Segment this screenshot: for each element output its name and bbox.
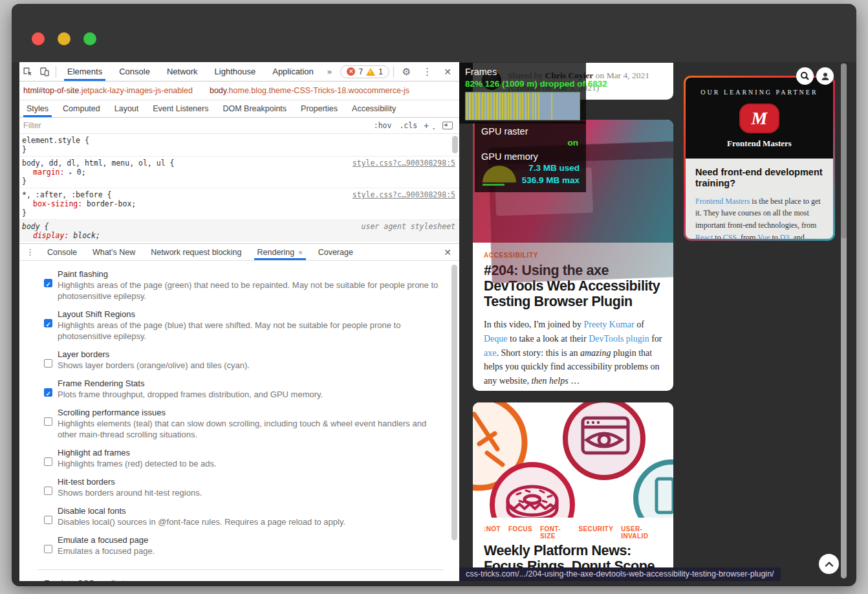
devtools-close-icon[interactable]: ✕	[438, 67, 459, 77]
tag-link[interactable]: FOCUS	[508, 525, 532, 540]
toggle-sidebar-icon[interactable]	[442, 122, 453, 129]
tab-layout[interactable]: Layout	[107, 100, 146, 117]
partner-label: OUR LEARNING PARTNER	[692, 89, 827, 96]
clipboard-icon	[636, 462, 673, 518]
rendering-option-layer-borders: Layer borders Shows layer borders (orang…	[44, 349, 444, 371]
toolbar-divider	[393, 66, 394, 78]
search-button[interactable]	[796, 67, 814, 85]
link-react[interactable]: React	[695, 233, 713, 239]
tab-styles[interactable]: Styles	[19, 100, 56, 117]
tag-link[interactable]: FONT-SIZE	[540, 525, 570, 540]
article-featured-image[interactable]	[473, 402, 673, 518]
emulate-focused-page-checkbox[interactable]	[44, 545, 52, 553]
error-count: 7	[358, 67, 363, 76]
highlight-ad-frames-checkbox[interactable]	[44, 457, 52, 466]
new-style-rule-caret-icon[interactable]: ⌄	[431, 125, 436, 133]
tab-network[interactable]: Network	[158, 62, 206, 81]
stylesheet-link[interactable]: style.css?c…900308298:5	[353, 190, 455, 199]
drawer-scrollbar[interactable]	[451, 265, 457, 540]
toolbar-divider	[56, 66, 56, 78]
frontend-masters-logo[interactable]: M	[741, 105, 778, 132]
drawer-tab-rendering[interactable]: Rendering×	[250, 244, 310, 260]
elements-sidebar-tabs: Styles Computed Layout Event Listeners D…	[19, 100, 459, 118]
expand-arrow-icon[interactable]: ▸	[69, 170, 72, 176]
drawer-tab-console[interactable]: Console	[39, 244, 85, 260]
minimize-window-button[interactable]	[58, 32, 71, 45]
devtools-menu-icon[interactable]: ⋮	[417, 66, 438, 78]
tag-link[interactable]: :NOT	[484, 525, 501, 540]
css-rule-margin-reset[interactable]: body, dd, dl, html, menu, ol, ul { style…	[19, 157, 459, 188]
browser-eye-icon	[565, 402, 643, 478]
breadcrumb-body[interactable]: body.home.blog.theme-CSS-Tricks-18.wooco…	[210, 86, 409, 95]
gpu-memory-gauge	[483, 166, 516, 186]
settings-gear-icon[interactable]: ⚙	[396, 66, 417, 78]
tab-application[interactable]: Application	[264, 62, 322, 81]
tab-event-listeners[interactable]: Event Listeners	[146, 100, 215, 117]
css-rule-box-sizing[interactable]: *, :after, :before { style.css?c…9003082…	[19, 188, 459, 220]
drawer-close-icon[interactable]: ✕	[436, 247, 459, 258]
rendering-pane: Paint flashing Highlights areas of the p…	[19, 261, 459, 581]
close-tab-icon[interactable]: ×	[298, 248, 302, 256]
link-vue[interactable]: Vue	[757, 233, 770, 239]
more-tabs-icon[interactable]: »	[322, 67, 337, 76]
link-d3[interactable]: D3	[780, 233, 790, 239]
disable-local-fonts-checkbox[interactable]	[44, 516, 52, 524]
device-toolbar-icon[interactable]	[36, 64, 53, 80]
page-scrollbar[interactable]	[841, 63, 847, 578]
account-button[interactable]	[816, 67, 834, 85]
tab-console[interactable]: Console	[111, 62, 158, 81]
toggle-hover-state-button[interactable]: :hov	[374, 121, 392, 130]
tab-computed[interactable]: Computed	[56, 100, 107, 117]
css-rule-element-style[interactable]: element.style { }	[19, 134, 459, 157]
article-card-weekly-news[interactable]: :NOT FOCUS FONT-SIZE SECURITY USER-INVAL…	[473, 402, 673, 581]
tab-accessibility[interactable]: Accessibility	[345, 100, 403, 117]
styles-scrollbar[interactable]	[452, 136, 458, 153]
drawer-tab-whats-new[interactable]: What's New	[85, 244, 143, 260]
frame-rendering-stats-checkbox[interactable]	[44, 388, 52, 397]
tag-link[interactable]: USER-INVALID	[621, 525, 662, 540]
stylesheet-link[interactable]: style.css?c…900308298:5	[353, 159, 455, 168]
partner-heading: Need front-end development training?	[695, 167, 823, 190]
frame-rendering-stats-overlay: Frames 82% 126 (1009 m) dropped of 6832	[459, 63, 586, 124]
toggle-class-button[interactable]: .cls	[399, 121, 417, 130]
link-css[interactable]: CSS	[723, 233, 737, 239]
close-window-button[interactable]	[32, 32, 45, 45]
hit-test-borders-checkbox[interactable]	[44, 487, 52, 495]
tag-link[interactable]: SECURITY	[578, 525, 613, 540]
link-devtools-plugin[interactable]: DevTools plugin	[589, 334, 649, 344]
link-preety-kumar[interactable]: Preety Kumar	[584, 320, 635, 329]
dropped-frames-stat: 82% 126 (1009 m) dropped of 6832	[465, 79, 580, 89]
user-agent-stylesheet-label: user agent stylesheet	[362, 222, 455, 231]
tab-lighthouse[interactable]: Lighthouse	[206, 62, 265, 81]
drawer-menu-icon[interactable]: ⋮	[19, 247, 39, 257]
drawer-tab-network-request-blocking[interactable]: Network request blocking	[143, 244, 249, 260]
section-divider	[38, 569, 444, 570]
rendering-option-paint-flashing: Paint flashing Highlights areas of the p…	[44, 269, 444, 302]
scroll-to-top-button[interactable]	[819, 554, 839, 574]
inspect-element-icon[interactable]	[19, 64, 36, 80]
learning-partner-card[interactable]: OUR LEARNING PARTNER M Frontend Masters …	[684, 76, 835, 241]
zoom-window-button[interactable]	[83, 32, 96, 45]
console-status-badge[interactable]: ✕ 7 ! 1	[340, 65, 389, 78]
link-axe[interactable]: axe	[484, 348, 496, 358]
tab-dom-breakpoints[interactable]: DOM Breakpoints	[215, 100, 294, 117]
frame-throughput-chart	[465, 92, 580, 120]
article-tags-row: :NOT FOCUS FONT-SIZE SECURITY USER-INVAL…	[484, 525, 662, 540]
layout-shift-checkbox[interactable]	[44, 319, 52, 327]
styles-filter-input[interactable]	[23, 121, 370, 130]
search-icon	[800, 71, 810, 81]
css-rule-user-agent-body[interactable]: body { user agent stylesheet display: bl…	[19, 220, 459, 242]
tab-elements[interactable]: Elements	[59, 62, 111, 81]
drawer-tab-coverage[interactable]: Coverage	[310, 244, 361, 260]
error-icon: ✕	[347, 67, 355, 76]
frames-label: Frames	[465, 67, 580, 77]
new-style-rule-button[interactable]: +	[424, 120, 429, 131]
link-frontend-masters[interactable]: Frontend Masters	[695, 197, 750, 206]
link-deque[interactable]: Deque	[484, 334, 508, 344]
paint-flashing-checkbox[interactable]	[44, 279, 52, 287]
breadcrumb-html[interactable]: html#top-of-site.jetpack-lazy-images-js-…	[23, 86, 193, 95]
tab-properties[interactable]: Properties	[294, 100, 345, 117]
rendering-option-layout-shift: Layout Shift Regions Highlights areas of…	[44, 309, 444, 342]
scrolling-performance-checkbox[interactable]	[44, 417, 52, 426]
layer-borders-checkbox[interactable]	[44, 359, 52, 368]
